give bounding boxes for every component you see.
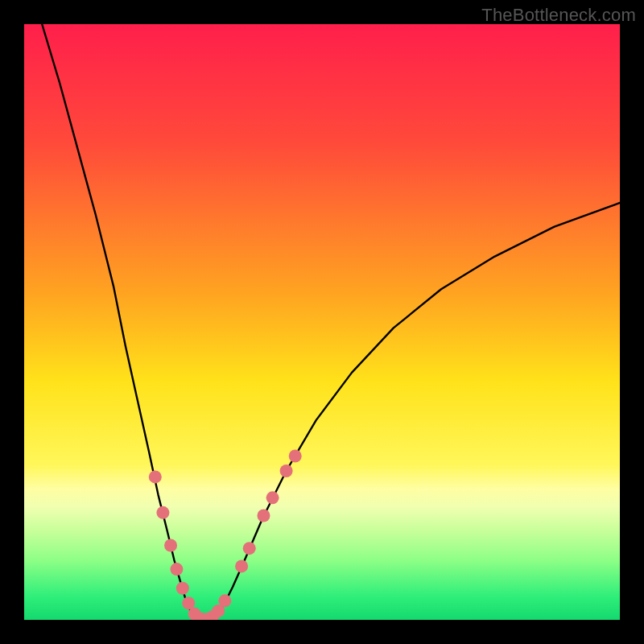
marker-dot bbox=[149, 470, 162, 483]
chart-frame: TheBottleneck.com bbox=[0, 0, 644, 644]
marker-dot bbox=[235, 559, 248, 572]
plot-area bbox=[24, 24, 620, 620]
watermark-text: TheBottleneck.com bbox=[481, 5, 636, 26]
marker-dot bbox=[280, 464, 293, 477]
marker-dot bbox=[218, 594, 231, 607]
marker-dot bbox=[170, 563, 183, 576]
chart-svg bbox=[24, 24, 620, 620]
marker-dot bbox=[257, 510, 270, 522]
marker-dot bbox=[176, 582, 189, 595]
marker-dot bbox=[289, 450, 302, 463]
marker-dot bbox=[156, 506, 169, 519]
marker-dot bbox=[164, 539, 177, 552]
marker-dot bbox=[243, 542, 256, 555]
gradient-background bbox=[24, 24, 620, 620]
marker-dot bbox=[266, 491, 279, 504]
